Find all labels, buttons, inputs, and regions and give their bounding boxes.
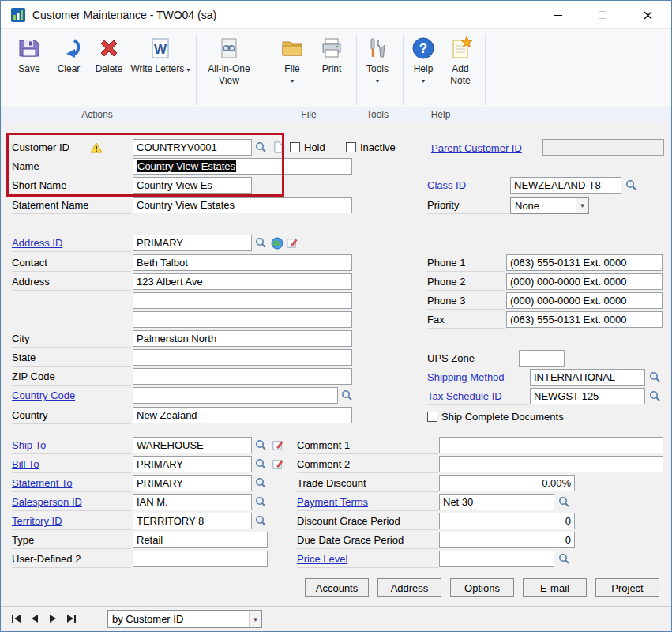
print-button[interactable]: Print: [312, 36, 351, 75]
maximize-button[interactable]: [583, 2, 622, 28]
country-code-link[interactable]: Country Code: [12, 389, 75, 401]
customer-note-button[interactable]: [270, 139, 286, 156]
sort-by-dropdown[interactable]: by Customer ID▾: [107, 610, 262, 628]
close-button[interactable]: [628, 2, 667, 28]
bill-to-lookup-button[interactable]: [253, 456, 268, 472]
parent-customer-id-link[interactable]: Parent Customer ID: [431, 142, 522, 154]
salesperson-id-link[interactable]: Salesperson ID: [12, 496, 82, 508]
bill-to-edit-button[interactable]: [269, 456, 285, 472]
address-id-lookup-button[interactable]: [253, 235, 268, 251]
write-letters-button[interactable]: W Write Letters ▾: [130, 36, 190, 75]
state-field[interactable]: [133, 349, 352, 366]
comment-1-field[interactable]: [439, 437, 663, 453]
map-globe-button[interactable]: [269, 235, 285, 251]
hold-checkbox[interactable]: Hold: [290, 139, 325, 156]
ship-complete-documents-checkbox[interactable]: Ship Complete Documents: [427, 408, 564, 425]
label-class-id: Class ID: [427, 177, 509, 194]
ship-to-link[interactable]: Ship To: [12, 439, 46, 451]
class-id-link[interactable]: Class ID: [427, 179, 466, 191]
chevron-down-icon: ▾: [187, 66, 190, 73]
phone-2-field[interactable]: (000) 000-0000 Ext. 0000: [506, 273, 663, 290]
address-id-field[interactable]: PRIMARY: [133, 235, 252, 251]
tax-schedule-lookup-button[interactable]: [647, 388, 663, 404]
save-button[interactable]: Save: [10, 36, 48, 75]
tax-schedule-id-link[interactable]: Tax Schedule ID: [427, 390, 502, 402]
shipping-method-field[interactable]: INTERNATIONAL: [530, 369, 645, 386]
ship-to-edit-button[interactable]: [269, 437, 285, 453]
ship-to-lookup-button[interactable]: [253, 437, 268, 453]
parent-customer-id-field[interactable]: [542, 139, 664, 156]
trade-discount-field[interactable]: 0.00%: [439, 475, 575, 491]
discount-grace-period-field[interactable]: 0: [439, 513, 575, 529]
inactive-checkbox[interactable]: Inactive: [346, 139, 396, 156]
comment-2-field[interactable]: [439, 456, 663, 472]
territory-lookup-button[interactable]: [253, 513, 268, 529]
label-tax-schedule-id: Tax Schedule ID: [427, 388, 529, 405]
add-note-button[interactable]: Add Note: [441, 36, 479, 87]
type-field[interactable]: Retail: [133, 532, 268, 548]
address-edit-button[interactable]: [283, 235, 299, 251]
phone-3-field[interactable]: (000) 000-0000 Ext. 0000: [506, 292, 663, 309]
class-id-lookup-button[interactable]: [623, 177, 639, 194]
options-button[interactable]: Options: [450, 578, 514, 597]
clear-button[interactable]: Clear: [50, 36, 88, 75]
priority-dropdown[interactable]: None▾: [510, 197, 589, 214]
contact-field[interactable]: Beth Talbot: [133, 254, 352, 271]
customer-id-lookup-button[interactable]: [253, 139, 268, 156]
country-code-field[interactable]: [133, 387, 338, 404]
statement-name-field[interactable]: Country View Estates: [133, 197, 352, 213]
statement-to-link[interactable]: Statement To: [12, 477, 72, 489]
address-line3-field[interactable]: [133, 311, 352, 328]
short-name-field[interactable]: Country View Es: [133, 177, 252, 194]
email-button[interactable]: E-mail: [523, 578, 587, 597]
last-record-button[interactable]: [63, 611, 79, 626]
name-field[interactable]: Country View Estates: [133, 158, 352, 175]
first-record-button[interactable]: [9, 611, 24, 626]
class-id-field[interactable]: NEWZEALAND-T8: [510, 177, 621, 194]
shipping-method-link[interactable]: Shipping Method: [427, 371, 505, 383]
project-button[interactable]: Project: [595, 578, 659, 597]
accounts-button[interactable]: Accounts: [305, 578, 369, 597]
ups-zone-field[interactable]: [519, 350, 565, 367]
price-level-field[interactable]: [439, 551, 554, 567]
magnifier-icon: [625, 179, 637, 191]
salesperson-lookup-button[interactable]: [253, 494, 268, 510]
tax-schedule-id-field[interactable]: NEWGST-125: [530, 388, 645, 404]
zip-code-field[interactable]: [133, 368, 352, 385]
territory-id-field[interactable]: TERRITORY 8: [133, 513, 252, 529]
payment-terms-lookup-button[interactable]: [556, 494, 572, 510]
ship-to-field[interactable]: WAREHOUSE: [133, 437, 252, 453]
salesperson-id-field[interactable]: IAN M.: [133, 494, 252, 510]
shipping-method-lookup-button[interactable]: [647, 369, 663, 386]
price-level-link[interactable]: Price Level: [297, 553, 347, 565]
address-id-link[interactable]: Address ID: [12, 237, 62, 249]
fax-field[interactable]: (063) 555-0131 Ext. 0000: [506, 311, 663, 328]
address-button[interactable]: Address: [377, 578, 441, 597]
bill-to-link[interactable]: Bill To: [12, 458, 39, 470]
country-field[interactable]: New Zealand: [133, 407, 352, 423]
all-in-one-view-button[interactable]: All-in-One View: [198, 36, 260, 87]
previous-record-icon: [29, 614, 40, 623]
statement-to-lookup-button[interactable]: [253, 475, 268, 491]
delete-button[interactable]: Delete: [89, 36, 129, 75]
country-code-lookup-button[interactable]: [339, 387, 355, 404]
territory-id-link[interactable]: Territory ID: [12, 515, 62, 527]
statement-to-field[interactable]: PRIMARY: [133, 475, 252, 491]
phone-1-field[interactable]: (063) 555-0131 Ext. 0000: [506, 254, 663, 271]
payment-terms-link[interactable]: Payment Terms: [297, 496, 368, 508]
payment-terms-field[interactable]: Net 30: [439, 494, 554, 510]
due-date-grace-period-field[interactable]: 0: [439, 532, 575, 548]
city-field[interactable]: Palmerston North: [133, 330, 352, 347]
previous-record-button[interactable]: [27, 611, 43, 626]
address-line1-field[interactable]: 123 Albert Ave: [133, 273, 352, 290]
tools-button[interactable]: Tools ▾: [358, 36, 397, 85]
customer-id-field[interactable]: COUNTRYV0001: [133, 139, 252, 156]
price-level-lookup-button[interactable]: [556, 551, 572, 567]
next-record-button[interactable]: [45, 611, 61, 626]
address-line2-field[interactable]: [133, 292, 352, 309]
help-button[interactable]: ? Help ▾: [405, 36, 441, 85]
user-defined-2-field[interactable]: [133, 551, 268, 567]
minimize-button[interactable]: [538, 2, 577, 28]
bill-to-field[interactable]: PRIMARY: [133, 456, 252, 472]
file-button[interactable]: File ▾: [272, 36, 312, 85]
